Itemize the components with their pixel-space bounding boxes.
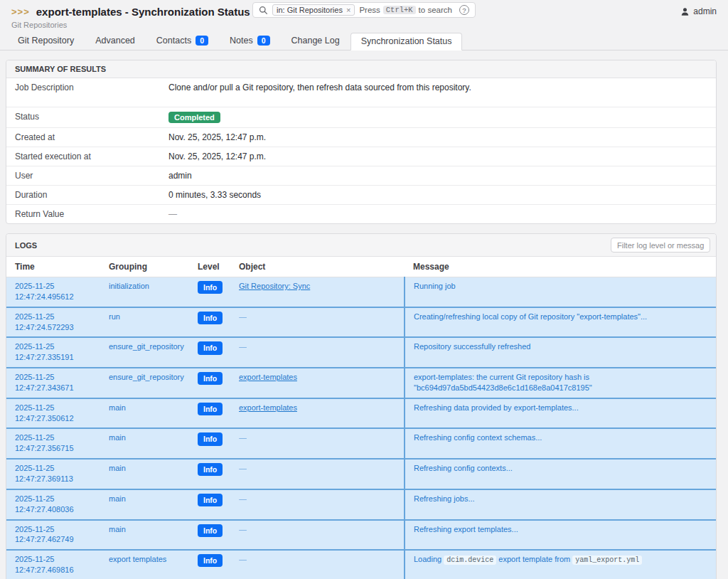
log-time: 2025-11-2512:47:27.369113 [6,459,100,489]
column-header-message: Message [405,257,716,277]
summary-row-value: Completed [168,112,220,123]
summary-row: Created at Nov. 25, 2025, 12:47 p.m. [6,128,716,147]
log-time: 2025-11-2512:47:27.408036 [6,489,100,520]
search-placeholder-prefix: Press [359,6,380,14]
log-message: Creating/refreshing local copy of Git re… [405,307,716,338]
user-menu[interactable]: admin [680,6,717,16]
log-object: export-templates [230,398,405,429]
summary-row: Started execution at Nov. 25, 2025, 12:4… [6,147,716,166]
tab-advanced[interactable]: Advanced [85,32,146,50]
log-level-badge: Info [198,554,223,567]
global-search-bar[interactable]: in: Git Repositories × Press Ctrl+K to s… [252,2,476,18]
log-grouping: main [100,398,189,429]
page-header: >>> export-templates - Synchronization S… [0,0,728,34]
summary-row-label: Job Description [15,83,168,92]
user-name: admin [693,6,717,16]
log-level-badge: Info [198,341,223,354]
search-placeholder: Press Ctrl+K to search [359,6,452,14]
log-message: export-templates: the current Git reposi… [405,368,716,398]
log-level: Info [189,489,230,520]
log-message: Refreshing export templates... [405,520,716,551]
log-level: Info [189,550,230,579]
code-chip: dcim.device [444,556,496,565]
log-message: Running job [405,277,716,307]
help-icon[interactable]: ? [459,5,469,15]
log-level: Info [189,398,230,429]
log-object: — [230,428,405,459]
log-object-link[interactable]: export-templates [239,373,297,381]
tab-count-badge: 0 [196,36,208,46]
log-time: 2025-11-2512:47:27.343671 [6,368,100,398]
tab-notes[interactable]: Notes 0 [219,32,281,50]
log-level-badge: Info [198,403,223,415]
tab-label: Contacts [156,36,191,46]
tab-contacts[interactable]: Contacts 0 [146,32,219,50]
summary-row: Return Value — [6,205,716,223]
log-message: Refreshing data provided by export-templ… [405,398,716,429]
breadcrumb-git-repositories[interactable]: Git Repositories [11,21,717,29]
tab-label: Advanced [95,36,135,46]
log-object: — [230,520,405,551]
tab-change-log[interactable]: Change Log [281,32,350,50]
tab-label: Notes [230,36,253,46]
log-level-badge: Info [198,312,223,324]
log-message: Loading dcim.device export template from… [405,550,716,579]
log-level: Info [189,337,230,368]
log-level-badge: Info [198,372,223,385]
log-row: 2025-11-2512:47:24.572293 run Info — Cre… [6,307,716,338]
summary-row-label: Started execution at [15,152,168,161]
log-row: 2025-11-2512:47:27.350612 main Info expo… [6,398,716,429]
log-grouping: main [100,459,189,489]
log-grouping: main [100,489,189,520]
tab-git-repository[interactable]: Git Repository [7,32,85,50]
log-grouping: main [100,520,189,551]
log-level-badge: Info [198,432,223,445]
log-time: 2025-11-2512:47:24.572293 [6,307,100,338]
tab-label: Git Repository [18,36,74,46]
log-object: — [230,489,405,520]
log-row: 2025-11-2512:47:27.356715 main Info — Re… [6,428,716,459]
search-scope-chip[interactable]: in: Git Repositories × [272,4,355,16]
search-placeholder-suffix: to search [419,6,452,14]
log-level-badge: Info [198,524,223,537]
log-time: 2025-11-2512:47:27.462749 [6,520,100,551]
summary-row-label: Status [15,112,168,122]
log-object: — [230,337,405,368]
column-header-time: Time [6,257,100,277]
chip-close-icon[interactable]: × [346,6,350,14]
log-filter-input[interactable] [611,238,710,253]
log-object-link[interactable]: Git Repository: Sync [239,282,310,290]
log-level: Info [189,459,230,489]
summary-row-label: Created at [15,132,168,142]
summary-row-label: User [15,171,168,181]
log-level-badge: Info [198,463,223,476]
search-scope-label: in: Git Repositories [277,6,343,14]
nautobot-logo-chevrons[interactable]: >>> [11,6,30,17]
log-row: 2025-11-2512:47:24.495612 initialization… [6,277,716,307]
log-grouping: export templates [100,550,189,579]
summary-row-value: — [168,209,177,219]
summary-row: Duration 0 minutes, 3.33 seconds [6,186,716,205]
status-badge: Completed [168,112,220,123]
log-time: 2025-11-2512:47:27.356715 [6,428,100,459]
log-level-badge: Info [198,494,223,506]
column-header-object: Object [230,257,405,277]
ctrl-k-kbd: Ctrl+K [383,6,416,14]
log-level: Info [189,428,230,459]
code-chip: yaml_export.yml [572,556,642,565]
log-level: Info [189,520,230,551]
log-row: 2025-11-2512:47:27.469816 export templat… [6,550,716,579]
log-object: — [230,307,405,338]
log-level-badge: Info [198,281,223,294]
log-grouping: run [100,307,189,338]
summary-row: User admin [6,166,716,186]
logs-panel: LOGS TimeGroupingLevelObjectMessage 2025… [6,233,717,579]
log-message: Refreshing config context schemas... [405,428,716,459]
log-row: 2025-11-2512:47:27.335191 ensure_git_rep… [6,337,716,368]
summary-row-value: 0 minutes, 3.33 seconds [168,190,261,200]
page-title: export-templates - Synchronization Statu… [36,6,250,18]
log-grouping: main [100,428,189,459]
log-row: 2025-11-2512:47:27.408036 main Info — Re… [6,489,716,520]
tab-synchronization-status[interactable]: Synchronization Status [350,33,463,51]
log-object-link[interactable]: export-templates [239,403,297,412]
